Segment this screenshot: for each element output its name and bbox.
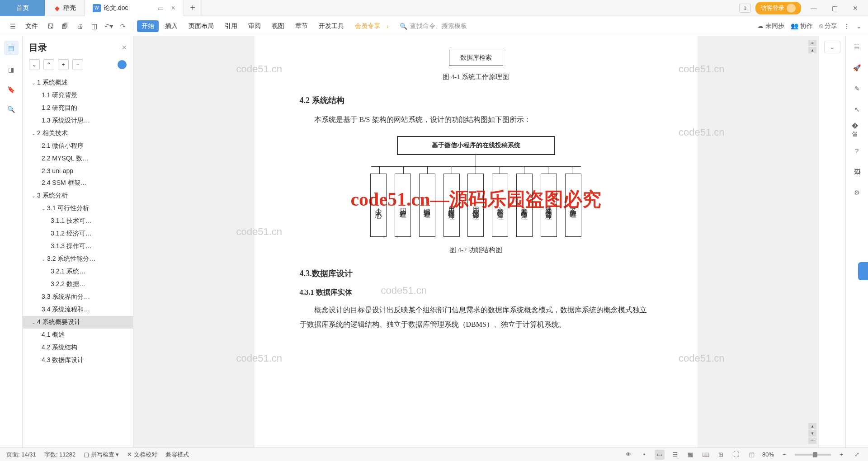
toc-close-icon[interactable]: ×: [122, 43, 127, 52]
menu-insert[interactable]: 插入: [160, 20, 182, 32]
toc-item[interactable]: 3.3 系统界面分…: [23, 291, 133, 303]
toc-item[interactable]: ⌄4 系统概要设计: [23, 316, 133, 329]
tab-document[interactable]: W 论文.doc ▭ ×: [85, 0, 184, 16]
window-icon[interactable]: ▭: [158, 5, 164, 12]
menu-start[interactable]: 开始: [137, 20, 159, 32]
toc-item[interactable]: 2.4 SSM 框架…: [23, 177, 133, 189]
side-tab[interactable]: [858, 262, 868, 280]
nav-icon[interactable]: ◨: [6, 64, 17, 75]
dot-icon[interactable]: •: [639, 450, 649, 460]
toc-item[interactable]: 2.1 微信小程序: [23, 140, 133, 152]
outline-view-icon[interactable]: ☰: [670, 450, 680, 460]
collapse-all-icon[interactable]: ⌄: [29, 59, 40, 70]
file-menu[interactable]: 文件: [21, 20, 42, 32]
toc-item[interactable]: ⌄2 相关技术: [23, 127, 133, 140]
menu-review[interactable]: 审阅: [244, 20, 265, 32]
toc-item[interactable]: 3.4 系统流程和…: [23, 303, 133, 316]
toc-item[interactable]: 4.3 数据库设计: [23, 354, 133, 367]
toc-item[interactable]: ⌄3 系统分析: [23, 189, 133, 202]
web-view-icon[interactable]: ▦: [685, 450, 695, 460]
redo-icon[interactable]: ↷: [117, 20, 129, 33]
page-indicator[interactable]: 页面: 14/31: [6, 451, 36, 459]
member-arrow-icon[interactable]: ›: [387, 23, 389, 30]
toc-item[interactable]: 3.1.2 经济可…: [23, 227, 133, 240]
toc-item[interactable]: 2.2 MYSQL 数…: [23, 152, 133, 165]
hamburger-icon[interactable]: ☰: [852, 42, 863, 52]
toc-item[interactable]: 4.2 系统结构: [23, 341, 133, 354]
toc-item[interactable]: 3.2.2 数据…: [23, 278, 133, 291]
collapse-ribbon-icon[interactable]: ⌄: [856, 23, 862, 30]
search-box[interactable]: 🔍 查找命令、搜索模板: [400, 22, 467, 30]
maximize-icon[interactable]: ▢: [826, 2, 843, 14]
pen-icon[interactable]: ✎: [852, 83, 863, 94]
toc-item[interactable]: 1.3 系统设计思…: [23, 114, 133, 127]
menu-chapter[interactable]: 章节: [291, 20, 312, 32]
bookmark-icon[interactable]: 🔖: [6, 84, 17, 95]
help-icon[interactable]: ?: [852, 146, 863, 156]
page-view-icon[interactable]: ▭: [655, 450, 665, 460]
grid-view-icon[interactable]: ⊞: [716, 450, 726, 460]
zoom-out-icon[interactable]: −: [779, 450, 789, 460]
eye-icon[interactable]: 👁: [624, 450, 634, 460]
collab-button[interactable]: 👥 协作: [791, 22, 813, 30]
word-count[interactable]: 字数: 11282: [44, 451, 75, 459]
menu-view[interactable]: 视图: [267, 20, 289, 32]
close-icon[interactable]: ×: [171, 4, 175, 12]
settings-icon[interactable]: �설: [852, 125, 863, 136]
toc-item[interactable]: 1.2 研究目的: [23, 102, 133, 114]
login-button[interactable]: 访客登录: [755, 2, 801, 14]
scroll-down-icon[interactable]: ▼: [808, 430, 816, 437]
proofread-button[interactable]: ✕ 文档校对: [127, 451, 157, 459]
toc-item[interactable]: 1.1 研究背景: [23, 89, 133, 102]
more-icon[interactable]: ⋮: [844, 23, 850, 30]
print-icon[interactable]: 🖨: [73, 20, 86, 33]
zoom-level[interactable]: 80%: [762, 451, 774, 458]
toc-item[interactable]: ⌄3.2 系统性能分…: [23, 253, 133, 265]
toc-item[interactable]: 3.1.3 操作可…: [23, 240, 133, 253]
style-dropdown-icon[interactable]: ⌄: [824, 41, 840, 53]
add-icon[interactable]: +: [58, 59, 69, 70]
scroll-up-icon[interactable]: ▲: [808, 423, 816, 429]
rocket-icon[interactable]: 🚀: [852, 62, 863, 73]
print-preview-icon[interactable]: ◫: [88, 20, 100, 33]
minimize-icon[interactable]: —: [806, 2, 822, 14]
outline-icon[interactable]: ▤: [4, 41, 19, 55]
zoom-slider[interactable]: [795, 454, 831, 456]
expand-icon[interactable]: ⤢: [852, 450, 862, 460]
remove-icon[interactable]: −: [72, 59, 83, 70]
document-area[interactable]: code51.cn code51.cn code51.cn code51.cn …: [133, 36, 818, 447]
expand-all-icon[interactable]: ⌃: [43, 59, 54, 70]
zoom-type-icon[interactable]: ◫: [747, 450, 757, 460]
tab-home[interactable]: 首页: [0, 0, 45, 16]
toc-item[interactable]: 3.2.1 系统…: [23, 265, 133, 278]
new-tab-button[interactable]: +: [184, 0, 202, 16]
scroll-more-icon[interactable]: ⋯: [808, 437, 816, 444]
toc-list[interactable]: ⌄1 系统概述1.1 研究背景1.2 研究目的1.3 系统设计思…⌄2 相关技术…: [23, 75, 133, 447]
zoom-in-icon[interactable]: +: [836, 450, 846, 460]
toc-item[interactable]: 4.1 概述: [23, 329, 133, 341]
cursor-icon[interactable]: ↖: [852, 104, 863, 115]
toc-item[interactable]: 2.3 uni-app: [23, 165, 133, 177]
close-window-icon[interactable]: ✕: [847, 2, 863, 14]
menu-devtools[interactable]: 开发工具: [314, 20, 349, 32]
scroll-handle-icon[interactable]: ≡: [808, 40, 816, 46]
menu-icon[interactable]: ☰: [6, 20, 19, 33]
tab-daoke[interactable]: ◆ 稻壳: [45, 0, 85, 16]
toc-item[interactable]: 3.1.1 技术可…: [23, 215, 133, 227]
save-as-icon[interactable]: 🗐: [59, 20, 71, 33]
zoom-fit-icon[interactable]: ⛶: [731, 450, 741, 460]
toc-badge-icon[interactable]: [118, 60, 127, 69]
toc-item[interactable]: ⌄3.1 可行性分析: [23, 202, 133, 215]
tool-icon[interactable]: ⚙: [852, 187, 863, 198]
tab-list-icon[interactable]: 1: [739, 4, 751, 13]
share-button[interactable]: ⎋ 分享: [819, 22, 837, 30]
find-icon[interactable]: 🔍: [6, 104, 17, 115]
image-icon[interactable]: 🖼: [852, 166, 863, 177]
menu-reference[interactable]: 引用: [220, 20, 242, 32]
scroll-up-icon[interactable]: ▲: [808, 47, 816, 53]
sync-button[interactable]: ☁ 未同步: [757, 22, 784, 30]
read-view-icon[interactable]: 📖: [701, 450, 711, 460]
toc-item[interactable]: ⌄1 系统概述: [23, 76, 133, 89]
compat-mode[interactable]: 兼容模式: [165, 451, 189, 459]
menu-member[interactable]: 会员专享: [350, 20, 385, 32]
